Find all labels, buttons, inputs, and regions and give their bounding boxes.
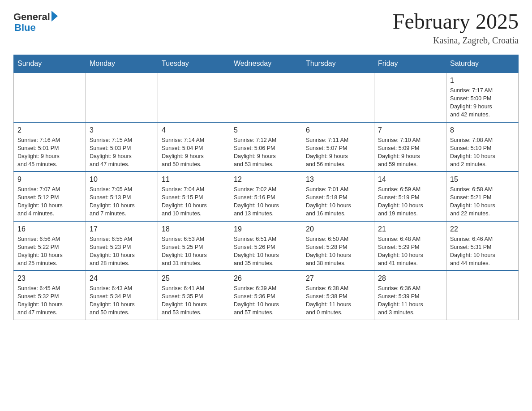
day-number: 27 [306,274,370,283]
day-number: 28 [378,274,442,283]
calendar-day-cell: 3Sunrise: 7:15 AMSunset: 5:03 PMDaylight… [86,122,158,172]
calendar-week-row: 16Sunrise: 6:56 AMSunset: 5:22 PMDayligh… [14,221,519,271]
day-info: Sunrise: 6:55 AMSunset: 5:23 PMDaylight:… [90,235,154,268]
calendar-day-cell: 18Sunrise: 6:53 AMSunset: 5:25 PMDayligh… [158,221,230,271]
calendar-day-cell [374,73,446,122]
day-info: Sunrise: 7:12 AMSunset: 5:06 PMDaylight:… [234,136,298,169]
calendar-day-cell [86,73,158,122]
day-info: Sunrise: 6:41 AMSunset: 5:35 PMDaylight:… [162,284,226,317]
day-number: 6 [306,126,370,134]
calendar-day-cell [302,73,374,122]
weekday-header-monday: Monday [86,55,158,73]
day-info: Sunrise: 7:15 AMSunset: 5:03 PMDaylight:… [90,136,154,169]
day-number: 13 [306,176,370,184]
calendar-day-cell [446,270,519,320]
calendar-day-cell: 13Sunrise: 7:01 AMSunset: 5:18 PMDayligh… [302,171,374,221]
day-info: Sunrise: 6:45 AMSunset: 5:32 PMDaylight:… [17,284,82,317]
calendar-day-cell: 15Sunrise: 6:58 AMSunset: 5:21 PMDayligh… [446,171,519,221]
calendar-day-cell: 26Sunrise: 6:39 AMSunset: 5:36 PMDayligh… [230,270,302,320]
logo: General Blue [13,9,58,34]
day-number: 3 [90,126,154,134]
day-info: Sunrise: 6:58 AMSunset: 5:21 PMDaylight:… [450,185,515,218]
day-number: 2 [17,126,82,134]
calendar-day-cell: 16Sunrise: 6:56 AMSunset: 5:22 PMDayligh… [14,221,86,271]
calendar-day-cell: 27Sunrise: 6:38 AMSunset: 5:38 PMDayligh… [302,270,374,320]
day-info: Sunrise: 6:48 AMSunset: 5:29 PMDaylight:… [378,235,442,268]
weekday-header-thursday: Thursday [302,55,374,73]
logo-general-text: General [13,11,50,23]
day-number: 5 [234,126,298,134]
day-number: 4 [162,126,226,134]
day-number: 20 [306,225,370,233]
day-number: 12 [234,176,298,184]
day-number: 8 [450,126,515,134]
day-info: Sunrise: 7:02 AMSunset: 5:16 PMDaylight:… [234,185,298,218]
day-number: 11 [162,176,226,184]
day-number: 1 [450,77,515,85]
day-number: 19 [234,225,298,233]
day-info: Sunrise: 6:56 AMSunset: 5:22 PMDaylight:… [17,235,82,268]
calendar-day-cell: 28Sunrise: 6:36 AMSunset: 5:39 PMDayligh… [374,270,446,320]
day-number: 26 [234,274,298,283]
day-number: 18 [162,225,226,233]
calendar-day-cell: 1Sunrise: 7:17 AMSunset: 5:00 PMDaylight… [446,73,519,122]
calendar-day-cell: 22Sunrise: 6:46 AMSunset: 5:31 PMDayligh… [446,221,519,271]
day-info: Sunrise: 6:39 AMSunset: 5:36 PMDaylight:… [234,284,298,317]
calendar-day-cell: 8Sunrise: 7:08 AMSunset: 5:10 PMDaylight… [446,122,519,172]
day-number: 25 [162,274,226,283]
weekday-header-saturday: Saturday [446,55,519,73]
title-section: February 2025 Kasina, Zagreb, Croatia [393,9,519,46]
day-info: Sunrise: 6:38 AMSunset: 5:38 PMDaylight:… [306,284,370,317]
calendar-day-cell: 25Sunrise: 6:41 AMSunset: 5:35 PMDayligh… [158,270,230,320]
logo-arrow-icon [51,11,58,21]
weekday-header-friday: Friday [374,55,446,73]
calendar-day-cell: 5Sunrise: 7:12 AMSunset: 5:06 PMDaylight… [230,122,302,172]
calendar-day-cell: 2Sunrise: 7:16 AMSunset: 5:01 PMDaylight… [14,122,86,172]
day-info: Sunrise: 7:07 AMSunset: 5:12 PMDaylight:… [17,185,82,218]
day-number: 22 [450,225,515,233]
calendar-day-cell [158,73,230,122]
day-info: Sunrise: 7:01 AMSunset: 5:18 PMDaylight:… [306,185,370,218]
calendar-week-row: 9Sunrise: 7:07 AMSunset: 5:12 PMDaylight… [14,171,519,221]
day-info: Sunrise: 6:51 AMSunset: 5:26 PMDaylight:… [234,235,298,268]
calendar-week-row: 1Sunrise: 7:17 AMSunset: 5:00 PMDaylight… [14,73,519,122]
location-text: Kasina, Zagreb, Croatia [393,35,519,46]
calendar-day-cell: 23Sunrise: 6:45 AMSunset: 5:32 PMDayligh… [14,270,86,320]
day-number: 24 [90,274,154,283]
day-info: Sunrise: 7:10 AMSunset: 5:09 PMDaylight:… [378,136,442,169]
day-info: Sunrise: 7:05 AMSunset: 5:13 PMDaylight:… [90,185,154,218]
day-number: 9 [17,176,82,184]
day-info: Sunrise: 6:53 AMSunset: 5:25 PMDaylight:… [162,235,226,268]
day-info: Sunrise: 6:50 AMSunset: 5:28 PMDaylight:… [306,235,370,268]
calendar-day-cell [14,73,86,122]
month-title: February 2025 [393,9,519,34]
calendar-week-row: 2Sunrise: 7:16 AMSunset: 5:01 PMDaylight… [14,122,519,172]
calendar-day-cell: 6Sunrise: 7:11 AMSunset: 5:07 PMDaylight… [302,122,374,172]
weekday-header-wednesday: Wednesday [230,55,302,73]
day-info: Sunrise: 7:14 AMSunset: 5:04 PMDaylight:… [162,136,226,169]
day-info: Sunrise: 6:36 AMSunset: 5:39 PMDaylight:… [378,284,442,317]
calendar-day-cell: 12Sunrise: 7:02 AMSunset: 5:16 PMDayligh… [230,171,302,221]
calendar-day-cell: 21Sunrise: 6:48 AMSunset: 5:29 PMDayligh… [374,221,446,271]
calendar-day-cell: 10Sunrise: 7:05 AMSunset: 5:13 PMDayligh… [86,171,158,221]
day-number: 16 [17,225,82,233]
calendar-day-cell: 24Sunrise: 6:43 AMSunset: 5:34 PMDayligh… [86,270,158,320]
calendar-day-cell: 4Sunrise: 7:14 AMSunset: 5:04 PMDaylight… [158,122,230,172]
day-number: 23 [17,274,82,283]
logo-blue-text: Blue [13,22,36,34]
calendar-day-cell: 9Sunrise: 7:07 AMSunset: 5:12 PMDaylight… [14,171,86,221]
weekday-header-sunday: Sunday [14,55,86,73]
day-number: 21 [378,225,442,233]
day-number: 10 [90,176,154,184]
calendar-week-row: 23Sunrise: 6:45 AMSunset: 5:32 PMDayligh… [14,270,519,320]
calendar-day-cell: 17Sunrise: 6:55 AMSunset: 5:23 PMDayligh… [86,221,158,271]
day-info: Sunrise: 7:11 AMSunset: 5:07 PMDaylight:… [306,136,370,169]
day-number: 15 [450,176,515,184]
day-number: 7 [378,126,442,134]
calendar-day-cell: 14Sunrise: 6:59 AMSunset: 5:19 PMDayligh… [374,171,446,221]
day-number: 17 [90,225,154,233]
day-info: Sunrise: 7:04 AMSunset: 5:15 PMDaylight:… [162,185,226,218]
page-header: General Blue February 2025 Kasina, Zagre… [13,9,519,46]
calendar-header-row: SundayMondayTuesdayWednesdayThursdayFrid… [14,55,519,73]
calendar-day-cell: 20Sunrise: 6:50 AMSunset: 5:28 PMDayligh… [302,221,374,271]
